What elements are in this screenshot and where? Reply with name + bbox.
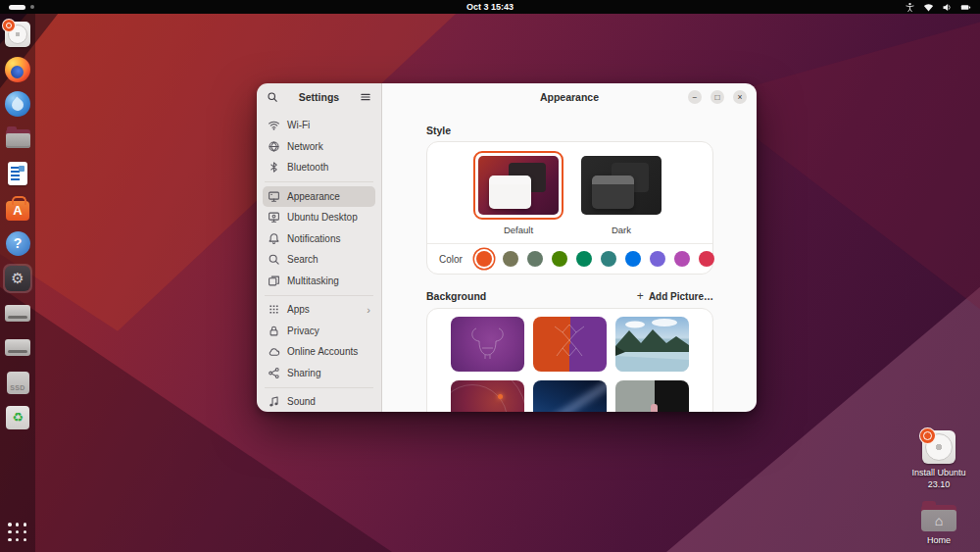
dock-item-libreoffice-writer[interactable] bbox=[3, 161, 32, 186]
top-bar: Oct 3 15:43 bbox=[0, 0, 980, 14]
sidebar-item-sharing[interactable]: Sharing bbox=[263, 363, 375, 384]
dock-item-settings-active[interactable]: ⚙ bbox=[3, 266, 32, 291]
dock-item-drive-ssd[interactable]: SSD bbox=[3, 370, 32, 395]
search-button[interactable] bbox=[266, 90, 279, 104]
clock-menu[interactable]: Oct 3 15:43 bbox=[466, 2, 514, 12]
minotaur-outline bbox=[451, 317, 524, 372]
sidebar-item-label: Sound bbox=[287, 396, 316, 407]
sidebar-header: Settings bbox=[257, 83, 381, 111]
window-headerbar: Appearance − □ × bbox=[382, 83, 757, 111]
dark-style-thumbnail bbox=[581, 156, 662, 215]
dock-item-drive-1[interactable] bbox=[3, 300, 32, 326]
firefox-icon bbox=[5, 57, 30, 82]
maximize-button[interactable]: □ bbox=[710, 90, 724, 104]
desktop-icons: Install Ubuntu 23.10 ⌂ Home bbox=[902, 430, 976, 546]
wallpaper-thumbnail-numbat-figure[interactable] bbox=[615, 380, 689, 412]
desktop: Oct 3 15:43 bbox=[0, 0, 980, 552]
battery-icon bbox=[960, 2, 971, 13]
show-applications-button[interactable] bbox=[8, 523, 27, 542]
wallpaper-thumbnail-mantic-minotaur-split[interactable] bbox=[533, 317, 607, 372]
sidebar-item-label: Notifications bbox=[287, 233, 340, 244]
close-button[interactable]: × bbox=[733, 90, 747, 104]
accent-color-purple[interactable] bbox=[650, 251, 665, 267]
volume-icon bbox=[942, 2, 953, 13]
sidebar-item-network[interactable]: Network bbox=[263, 136, 375, 158]
plus-icon: + bbox=[637, 289, 644, 303]
dock-item-trash[interactable]: ♻ bbox=[3, 405, 32, 430]
sidebar-item-appearance[interactable]: Appearance bbox=[263, 186, 375, 208]
sidebar-item-wifi[interactable]: Wi-Fi bbox=[263, 115, 375, 136]
installer-disc-icon bbox=[922, 430, 956, 464]
accent-color-sage[interactable] bbox=[527, 251, 543, 267]
sidebar-item-sound[interactable]: Sound bbox=[263, 391, 375, 412]
dock-item-install-ubuntu[interactable] bbox=[3, 22, 32, 47]
drive-icon bbox=[5, 339, 30, 356]
settings-scroll-area[interactable]: Style Default bbox=[382, 111, 757, 412]
style-option-default[interactable]: Default bbox=[473, 151, 564, 235]
workspace-indicator[interactable] bbox=[9, 0, 34, 14]
help-icon: ? bbox=[6, 231, 30, 256]
dock: A ? ⚙ SSD ♻ bbox=[0, 14, 35, 552]
background-section-header: Background + Add Picture… bbox=[426, 289, 713, 303]
accent-color-magenta[interactable] bbox=[674, 251, 690, 267]
wifi-icon bbox=[268, 119, 280, 131]
style-section-title: Style bbox=[426, 125, 713, 136]
libreoffice-writer-icon bbox=[8, 162, 27, 185]
style-option-dark[interactable]: Dark bbox=[576, 151, 666, 235]
desktop-icon-home[interactable]: ⌂ Home bbox=[921, 501, 956, 546]
settings-main-panel: Appearance − □ × Style bbox=[382, 83, 757, 412]
dock-item-firefox[interactable] bbox=[3, 57, 32, 82]
sidebar-item-apps[interactable]: Apps › bbox=[263, 299, 375, 321]
home-folder-icon: ⌂ bbox=[921, 505, 956, 531]
sound-note-icon bbox=[268, 395, 280, 408]
accent-color-prussian-green[interactable] bbox=[601, 251, 616, 267]
dock-item-thunderbird[interactable] bbox=[3, 91, 32, 117]
dock-item-help[interactable]: ? bbox=[3, 230, 32, 256]
minimize-button[interactable]: − bbox=[688, 90, 702, 104]
sidebar-nav: Wi-Fi Network Bluetooth Appearance bbox=[257, 111, 381, 412]
house-glyph-icon: ⌂ bbox=[921, 510, 956, 531]
accent-color-row: Color bbox=[427, 243, 712, 274]
appearance-icon bbox=[268, 190, 280, 203]
dock-item-files[interactable] bbox=[3, 126, 32, 152]
add-picture-label: Add Picture… bbox=[649, 291, 713, 302]
accent-color-viridian[interactable] bbox=[576, 251, 592, 267]
desktop-icon-label: Home bbox=[927, 535, 951, 546]
ubuntu-badge-icon bbox=[2, 19, 16, 32]
desktop-icon-install-ubuntu[interactable]: Install Ubuntu 23.10 bbox=[911, 430, 965, 490]
accent-color-red[interactable] bbox=[699, 251, 714, 267]
wallpaper-thumbnail-mantic-minotaur-purple[interactable] bbox=[451, 317, 524, 372]
accent-color-olive[interactable] bbox=[552, 251, 567, 267]
primary-menu-button[interactable] bbox=[359, 90, 372, 104]
mini-window-front bbox=[489, 176, 531, 209]
thunderbird-icon bbox=[5, 91, 30, 117]
system-tray[interactable] bbox=[905, 0, 971, 14]
add-picture-button[interactable]: + Add Picture… bbox=[637, 289, 713, 303]
settings-window: Settings Wi-Fi Network Bluetooth bbox=[257, 83, 757, 412]
sidebar-title: Settings bbox=[285, 91, 353, 103]
color-label: Color bbox=[439, 254, 463, 265]
sidebar-item-search[interactable]: Search bbox=[263, 249, 375, 271]
dock-item-app-center[interactable]: A bbox=[3, 196, 32, 222]
sidebar-item-privacy[interactable]: Privacy bbox=[263, 321, 375, 342]
sidebar-item-bluetooth[interactable]: Bluetooth bbox=[263, 157, 375, 178]
sidebar-item-ubuntu-desktop[interactable]: Ubuntu Desktop bbox=[263, 207, 375, 228]
sidebar-item-label: Apps bbox=[287, 304, 310, 315]
sidebar-item-online-accounts[interactable]: Online Accounts bbox=[263, 341, 375, 363]
accent-color-bark[interactable] bbox=[503, 251, 518, 267]
chevron-right-icon: › bbox=[367, 304, 370, 316]
background-section-title: Background bbox=[426, 290, 486, 302]
wallpaper-thumbnail-ubuntu-circles-maroon[interactable] bbox=[451, 380, 524, 412]
accessibility-icon bbox=[905, 2, 915, 13]
accent-color-orange[interactable] bbox=[476, 251, 492, 267]
dock-item-drive-2[interactable] bbox=[3, 335, 32, 361]
sidebar-item-multitasking[interactable]: Multitasking bbox=[263, 271, 375, 292]
accent-color-blue[interactable] bbox=[625, 251, 641, 267]
wallpaper-thumbnail-milky-way[interactable] bbox=[533, 380, 607, 412]
wallpaper-thumbnail-mountain-lake[interactable] bbox=[615, 317, 689, 372]
mountain-lake-scene bbox=[615, 317, 689, 372]
search-icon bbox=[268, 253, 280, 266]
style-option-label: Default bbox=[504, 225, 533, 235]
sidebar-item-notifications[interactable]: Notifications bbox=[263, 228, 375, 250]
ubuntu-badge-icon bbox=[919, 427, 936, 444]
